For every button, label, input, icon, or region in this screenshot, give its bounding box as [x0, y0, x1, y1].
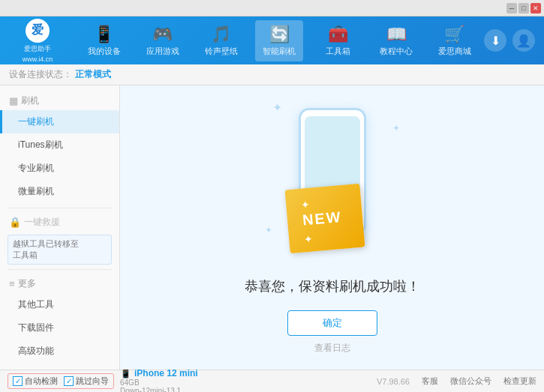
- rescue-section-label: 一键救援: [24, 216, 60, 229]
- sidebar-section-rescue-header: 🔒 一键救援: [0, 213, 119, 232]
- tutorial-label: 教程中心: [380, 46, 413, 57]
- check-update-link[interactable]: 检查更新: [503, 376, 536, 387]
- customer-service-link[interactable]: 客服: [422, 376, 438, 387]
- main-layout: ▦ 刷机 一键刷机 iTunes刷机 专业刷机 微量刷机 🔒 一键救援 越狱工具…: [0, 85, 544, 370]
- content-area: ✦ ✦ ✦ NEW 恭喜您，保资料刷机成功啦！ 确定 查看日志: [120, 85, 544, 370]
- smart-flash-label: 智能刷机: [263, 46, 296, 57]
- wechat-link[interactable]: 微信公众号: [450, 376, 491, 387]
- device-info: 📱 iPhone 12 mini 64GB Down-12mini-13,1: [120, 368, 240, 393]
- toolbox-icon: 🧰: [328, 25, 348, 44]
- success-message: 恭喜您，保资料刷机成功啦！: [245, 277, 420, 295]
- my-device-icon: 📱: [94, 25, 114, 44]
- device-firmware: Down-12mini-13,1: [120, 387, 240, 393]
- flash-section-icon: ▦: [9, 95, 18, 106]
- phone-illustration: ✦ ✦ ✦ NEW: [257, 100, 407, 265]
- app-game-label: 应用游戏: [146, 46, 179, 57]
- sidebar: ▦ 刷机 一键刷机 iTunes刷机 专业刷机 微量刷机 🔒 一键救援 越狱工具…: [0, 85, 120, 370]
- version-text: V7.98.66: [377, 377, 410, 386]
- sparkle-3: ✦: [265, 225, 272, 235]
- nav-right: ⬇ 👤: [484, 29, 544, 52]
- sidebar-item-other-tools[interactable]: 其他工具: [0, 293, 119, 316]
- sidebar-notice: 越狱工具已转移至工具箱: [8, 235, 112, 265]
- sidebar-section-more: ≡ 更多 其他工具 下载固件 高级功能: [0, 274, 119, 363]
- nav-smart-flash[interactable]: 🔄 智能刷机: [255, 20, 303, 61]
- sidebar-item-advanced[interactable]: 高级功能: [0, 340, 119, 363]
- skip-wizard-area[interactable]: ✓ 跳过向导: [64, 376, 109, 387]
- nav-shop[interactable]: 🛒 爱思商城: [431, 20, 479, 61]
- app-game-icon: 🎮: [152, 25, 173, 44]
- sidebar-item-itunes-flash[interactable]: iTunes刷机: [0, 133, 119, 157]
- status-bar: 设备连接状态： 正常模式: [0, 64, 544, 85]
- close-btn[interactable]: ✕: [530, 3, 541, 13]
- nav-tutorial[interactable]: 📖 教程中心: [372, 20, 420, 61]
- bottom-bar: ✓ 自动检测 ✓ 跳过向导 📱 iPhone 12 mini 64GB Down…: [0, 370, 544, 392]
- skip-wizard-checkbox[interactable]: ✓: [64, 376, 74, 386]
- shop-label: 爱思商城: [438, 46, 471, 57]
- nav-app-game[interactable]: 🎮 应用游戏: [139, 20, 187, 61]
- sidebar-divider-2: [8, 269, 112, 270]
- auto-detect-area[interactable]: ✓ 自动检测: [13, 376, 58, 387]
- sidebar-section-flash-header[interactable]: ▦ 刷机: [0, 91, 119, 110]
- nav-items: 📱 我的设备 🎮 应用游戏 🎵 铃声壁纸 🔄 智能刷机 🧰 工具箱 📖 教程中心…: [75, 20, 484, 61]
- sidebar-section-flash: ▦ 刷机 一键刷机 iTunes刷机 专业刷机 微量刷机: [0, 91, 119, 203]
- my-device-label: 我的设备: [88, 46, 121, 57]
- sidebar-divider-1: [8, 208, 112, 208]
- device-storage: 64GB: [120, 379, 240, 387]
- checkbox-container: ✓ 自动检测 ✓ 跳过向导: [8, 373, 114, 389]
- ringtone-icon: 🎵: [211, 25, 231, 44]
- logo-area: 爱 爱思助手 www.i4.cn: [0, 19, 75, 63]
- bottom-right: V7.98.66 客服 微信公众号 检查更新: [377, 376, 536, 387]
- smart-flash-icon: 🔄: [269, 25, 290, 44]
- tutorial-icon: 📖: [386, 25, 407, 44]
- download-btn[interactable]: ⬇: [484, 29, 506, 52]
- view-daily-link[interactable]: 查看日志: [314, 342, 350, 355]
- nav-my-device[interactable]: 📱 我的设备: [80, 20, 128, 61]
- sidebar-item-pro-flash[interactable]: 专业刷机: [0, 157, 119, 180]
- status-label: 设备连接状态：: [9, 68, 72, 81]
- toolbox-label: 工具箱: [326, 46, 350, 57]
- ringtone-label: 铃声壁纸: [205, 46, 238, 57]
- nav-ringtone[interactable]: 🎵 铃声壁纸: [197, 20, 245, 61]
- more-section-icon: ≡: [9, 278, 15, 289]
- nav-toolbox[interactable]: 🧰 工具箱: [314, 20, 362, 61]
- skip-wizard-label: 跳过向导: [76, 376, 109, 387]
- sidebar-item-micro-flash[interactable]: 微量刷机: [0, 180, 119, 203]
- logo-icon: 爱: [26, 19, 50, 43]
- more-section-label: 更多: [18, 277, 36, 290]
- maximize-btn[interactable]: □: [518, 3, 529, 13]
- logo-url: www.i4.cn: [23, 55, 53, 63]
- top-nav: 爱 爱思助手 www.i4.cn 📱 我的设备 🎮 应用游戏 🎵 铃声壁纸 🔄 …: [0, 16, 544, 64]
- new-banner: NEW: [284, 184, 365, 253]
- logo-title: 爱思助手: [24, 44, 51, 54]
- sparkle-1: ✦: [272, 100, 282, 115]
- flash-section-label: 刷机: [21, 94, 39, 107]
- sidebar-item-download-firmware[interactable]: 下载固件: [0, 316, 119, 340]
- auto-detect-checkbox[interactable]: ✓: [13, 376, 23, 386]
- sidebar-item-one-click-flash[interactable]: 一键刷机: [0, 110, 119, 133]
- status-value: 正常模式: [75, 68, 111, 81]
- lock-icon: 🔒: [9, 217, 21, 228]
- user-btn[interactable]: 👤: [512, 29, 535, 52]
- sparkle-2: ✦: [392, 123, 400, 133]
- shop-icon: 🛒: [444, 25, 464, 44]
- sidebar-section-more-header[interactable]: ≡ 更多: [0, 274, 119, 293]
- bottom-left: ✓ 自动检测 ✓ 跳过向导 📱 iPhone 12 mini 64GB Down…: [8, 368, 377, 393]
- title-bar: ─ □ ✕: [0, 0, 544, 16]
- sidebar-section-rescue: 🔒 一键救援 越狱工具已转移至工具箱: [0, 213, 119, 265]
- auto-detect-label: 自动检测: [25, 376, 58, 387]
- confirm-button[interactable]: 确定: [287, 310, 377, 336]
- minimize-btn[interactable]: ─: [506, 3, 517, 13]
